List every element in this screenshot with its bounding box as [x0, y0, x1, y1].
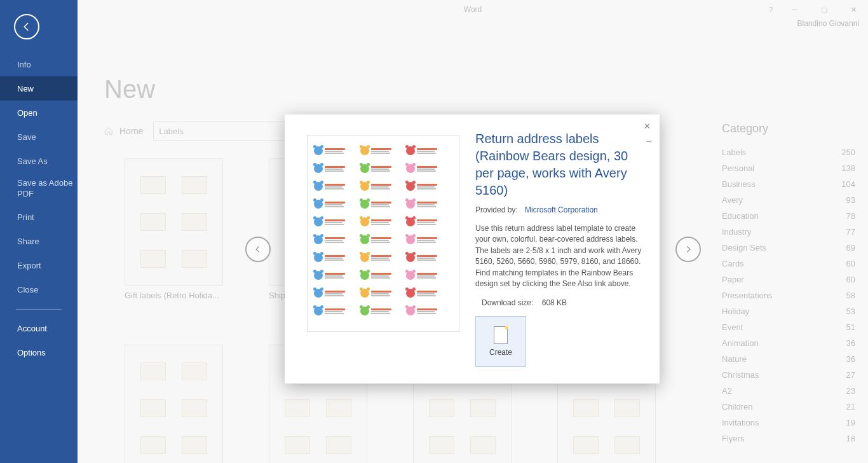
prev-template-button[interactable]	[245, 237, 271, 262]
pin-icon[interactable]: ⊸	[646, 137, 652, 146]
nav-export[interactable]: Export	[0, 253, 78, 277]
provider-link[interactable]: Microsoft Corporation	[525, 205, 598, 214]
create-label: Create	[489, 348, 512, 357]
template-detail-modal: ✕ ⊸ Return address labels (Rainbow Bears…	[285, 114, 660, 384]
download-label: Download size:	[482, 298, 533, 307]
nav-options[interactable]: Options	[0, 340, 78, 364]
modal-provider-row: Provided by: Microsoft Corporation	[475, 205, 644, 214]
create-button[interactable]: Create	[475, 316, 526, 367]
nav-close[interactable]: Close	[0, 277, 78, 301]
download-size-row: Download size: 608 KB	[475, 298, 644, 307]
modal-title: Return address labels (Rainbow Bears des…	[475, 130, 644, 199]
nav-save[interactable]: Save	[0, 125, 78, 149]
nav-open[interactable]: Open	[0, 100, 78, 125]
backstage-sidebar: Info New Open Save Save As Save as Adobe…	[0, 0, 78, 463]
template-preview	[307, 135, 459, 332]
download-size: 608 KB	[542, 298, 567, 307]
arrow-left-icon	[21, 21, 32, 32]
chevron-right-icon	[684, 245, 693, 254]
nav-share[interactable]: Share	[0, 229, 78, 253]
nav-save-as[interactable]: Save As	[0, 149, 78, 173]
provided-by-label: Provided by:	[475, 205, 518, 214]
nav-save-as-pdf[interactable]: Save as Adobe PDF	[0, 173, 78, 205]
nav-new[interactable]: New	[0, 76, 78, 100]
modal-description: Use this return address label template t…	[475, 223, 644, 289]
new-document-icon	[494, 326, 508, 344]
nav-separator	[16, 309, 62, 310]
chevron-left-icon	[254, 245, 262, 254]
nav-account[interactable]: Account	[0, 316, 78, 340]
modal-close-button[interactable]: ✕	[642, 121, 652, 131]
next-template-button[interactable]	[675, 237, 701, 262]
nav-info[interactable]: Info	[0, 52, 78, 76]
back-button[interactable]	[14, 14, 39, 39]
nav-print[interactable]: Print	[0, 205, 78, 229]
